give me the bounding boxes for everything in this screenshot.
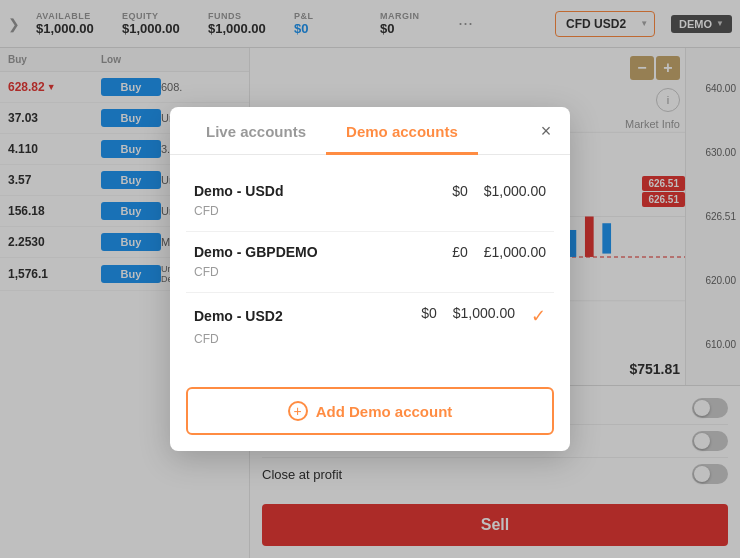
account-values: £0 £1,000.00 xyxy=(452,244,546,260)
tab-live-accounts[interactable]: Live accounts xyxy=(186,107,326,155)
account-type: CFD xyxy=(194,204,219,218)
tab-demo-accounts[interactable]: Demo accounts xyxy=(326,107,478,155)
modal-body: Demo - USDd $0 $1,000.00 CFD Demo - GBPD… xyxy=(170,155,570,375)
add-circle-icon: + xyxy=(288,401,308,421)
account-item-header: Demo - USD2 $0 $1,000.00 ✓ xyxy=(194,305,546,327)
account-balance1: $0 xyxy=(452,183,468,199)
account-name: Demo - USDd xyxy=(194,183,283,199)
account-values: $0 $1,000.00 ✓ xyxy=(421,305,546,327)
account-item-header: Demo - USDd $0 $1,000.00 xyxy=(194,183,546,199)
account-item-header: Demo - GBPDEMO £0 £1,000.00 xyxy=(194,244,546,260)
modal-overlay[interactable]: × Live accounts Demo accounts Demo - USD… xyxy=(0,0,740,558)
account-type: CFD xyxy=(194,332,219,346)
account-balance1: £0 xyxy=(452,244,468,260)
account-item-usdd[interactable]: Demo - USDd $0 $1,000.00 CFD xyxy=(186,171,554,232)
modal-close-button[interactable]: × xyxy=(534,119,558,143)
modal-tabs: Live accounts Demo accounts xyxy=(170,107,570,155)
account-balance2: $1,000.00 xyxy=(484,183,546,199)
account-balance2: $1,000.00 xyxy=(453,305,515,327)
account-balance1: $0 xyxy=(421,305,437,327)
selected-checkmark-icon: ✓ xyxy=(531,305,546,327)
account-modal: × Live accounts Demo accounts Demo - USD… xyxy=(170,107,570,451)
account-name: Demo - GBPDEMO xyxy=(194,244,318,260)
account-item-gbpdemo[interactable]: Demo - GBPDEMO £0 £1,000.00 CFD xyxy=(186,232,554,293)
account-values: $0 $1,000.00 xyxy=(452,183,546,199)
account-type: CFD xyxy=(194,265,219,279)
account-balance2: £1,000.00 xyxy=(484,244,546,260)
account-item-usd2[interactable]: Demo - USD2 $0 $1,000.00 ✓ CFD xyxy=(186,293,554,359)
account-name: Demo - USD2 xyxy=(194,308,283,324)
add-account-label: Add Demo account xyxy=(316,403,453,420)
add-demo-account-button[interactable]: + Add Demo account xyxy=(186,387,554,435)
